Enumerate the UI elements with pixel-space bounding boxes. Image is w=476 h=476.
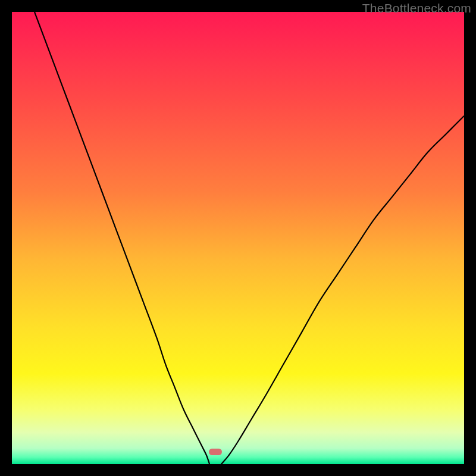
optimal-point-marker	[209, 449, 223, 455]
gradient-background	[12, 12, 464, 464]
chart-frame	[12, 12, 464, 464]
watermark-text: TheBottleneck.com	[362, 1, 471, 15]
bottleneck-curve-chart	[12, 12, 464, 464]
